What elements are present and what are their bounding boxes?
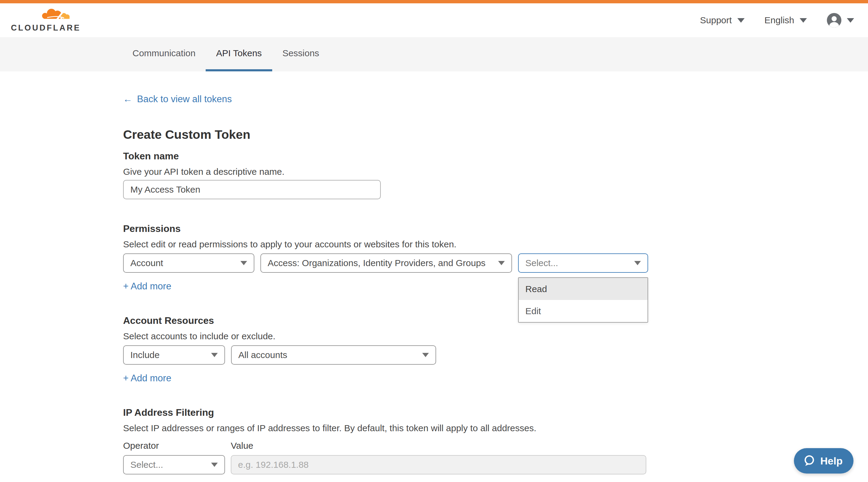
account-resources-description: Select accounts to include or exclude.	[123, 331, 868, 342]
chevron-down-icon	[422, 353, 429, 357]
permission-scope-value: Account	[130, 258, 163, 268]
cloudflare-cloud-icon	[40, 8, 71, 23]
logo-text: CLOUDFLARE	[11, 23, 81, 32]
tab-communication[interactable]: Communication	[122, 37, 206, 71]
header-actions: Support English	[700, 13, 854, 28]
back-arrow-icon: ←	[123, 94, 132, 105]
permissions-add-more-link[interactable]: + Add more	[123, 281, 171, 292]
account-resources-heading: Account Resources	[123, 315, 868, 327]
brand-accent-bar	[0, 0, 868, 3]
permission-resource-value: Access: Organizations, Identity Provider…	[268, 258, 486, 268]
back-link-label: Back to view all tokens	[137, 94, 232, 105]
permission-resource-select[interactable]: Access: Organizations, Identity Provider…	[260, 253, 512, 273]
help-button[interactable]: Help	[794, 448, 854, 474]
ip-filtering-heading: IP Address Filtering	[123, 407, 868, 418]
ip-filtering-labels: Operator Value	[123, 440, 868, 451]
menu-option-read[interactable]: Read	[519, 278, 648, 300]
ip-filtering-description: Select IP addresses or ranges of IP addr…	[123, 423, 868, 433]
chevron-down-icon	[241, 261, 247, 265]
support-label: Support	[700, 15, 732, 26]
permission-access-menu: Read Edit	[518, 277, 648, 323]
account-resources-add-more-link[interactable]: + Add more	[123, 373, 171, 384]
ip-value-input[interactable]	[231, 455, 646, 475]
header: CLOUDFLARE Support English	[0, 3, 868, 37]
chevron-down-icon	[634, 261, 641, 265]
token-name-description: Give your API token a descriptive name.	[123, 166, 868, 177]
chevron-down-icon	[737, 18, 745, 23]
help-button-label: Help	[820, 455, 843, 467]
token-name-input[interactable]	[123, 180, 381, 199]
permission-access-placeholder: Select...	[525, 258, 558, 268]
permissions-description: Select edit or read permissions to apply…	[123, 239, 868, 250]
language-menu[interactable]: English	[765, 15, 807, 26]
page-title: Create Custom Token	[123, 127, 868, 142]
chevron-down-icon	[498, 261, 505, 265]
tab-api-tokens[interactable]: API Tokens	[206, 37, 272, 71]
ip-operator-select[interactable]: Select...	[123, 455, 225, 475]
user-avatar-icon	[827, 13, 841, 28]
permission-access-select[interactable]: Select...	[518, 253, 648, 273]
menu-option-edit[interactable]: Edit	[519, 300, 648, 322]
permissions-row: Account Access: Organizations, Identity …	[123, 253, 868, 273]
value-label: Value	[231, 440, 253, 451]
language-label: English	[765, 15, 794, 26]
chat-bubble-icon	[802, 454, 816, 468]
back-link[interactable]: ← Back to view all tokens	[123, 94, 232, 105]
resource-mode-select[interactable]: Include	[123, 345, 225, 365]
support-menu[interactable]: Support	[700, 15, 745, 26]
token-name-heading: Token name	[123, 150, 868, 162]
resource-accounts-select[interactable]: All accounts	[231, 345, 436, 365]
permissions-heading: Permissions	[123, 223, 868, 235]
chevron-down-icon	[800, 18, 807, 23]
chevron-down-icon	[211, 463, 218, 467]
permission-access-select-wrap: Select... Read Edit	[518, 253, 648, 273]
account-resources-row: Include All accounts	[123, 345, 868, 365]
cloudflare-logo[interactable]: CLOUDFLARE	[11, 8, 81, 32]
operator-label: Operator	[123, 440, 231, 451]
ip-operator-placeholder: Select...	[130, 460, 163, 470]
profile-tabs: Communication API Tokens Sessions	[0, 37, 868, 71]
resource-mode-value: Include	[130, 350, 160, 360]
resource-accounts-value: All accounts	[238, 350, 287, 360]
ip-filtering-row: Select...	[123, 455, 868, 475]
chevron-down-icon	[847, 18, 854, 23]
permission-scope-select[interactable]: Account	[123, 253, 254, 273]
main-content: ← Back to view all tokens Create Custom …	[0, 71, 868, 475]
tab-sessions[interactable]: Sessions	[272, 37, 330, 71]
chevron-down-icon	[211, 353, 218, 357]
account-menu[interactable]	[827, 13, 854, 28]
